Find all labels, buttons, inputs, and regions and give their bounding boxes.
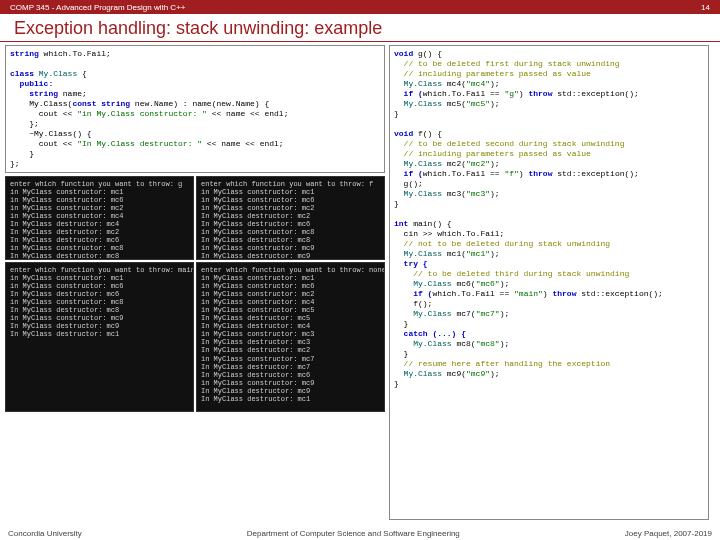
code-token: throw: [552, 289, 581, 298]
code-token: "mc6": [476, 279, 500, 288]
left-column: string which.To.Fail; class My.Class { p…: [5, 45, 385, 522]
code-token: "mc7": [476, 309, 500, 318]
code-token: which.To.Fail;: [39, 49, 111, 58]
code-token: g() {: [418, 49, 442, 58]
terminal-row: enter which function you want to throw: …: [5, 262, 385, 412]
right-column: void g() { // to be deleted first during…: [389, 45, 709, 522]
code-token: "mc4": [466, 79, 490, 88]
code-token: "f": [504, 169, 518, 178]
code-token: ~My.Class() {: [10, 129, 92, 138]
code-token: "main": [514, 289, 543, 298]
code-token: My.Class: [394, 189, 447, 198]
code-token: which.To.Fail ==: [423, 169, 505, 178]
code-token: mc8(: [456, 339, 475, 348]
code-token: if (: [394, 289, 432, 298]
terminal-output-none: enter which function you want to throw: …: [196, 262, 385, 412]
code-token: );: [490, 159, 500, 168]
code-token: // to be deleted third during stack unwi…: [394, 269, 629, 278]
code-token: string: [10, 89, 63, 98]
code-token: }: [394, 349, 408, 358]
code-token: ): [543, 289, 553, 298]
code-token: which.To.Fail ==: [432, 289, 514, 298]
code-token: "mc3": [466, 189, 490, 198]
footer: Concordia University Department of Compu…: [0, 529, 720, 538]
code-token: }: [10, 149, 34, 158]
code-token: );: [490, 369, 500, 378]
code-token: << name << endl;: [202, 139, 284, 148]
code-token: }: [394, 199, 399, 208]
code-token: mc4(: [447, 79, 466, 88]
code-token: which.To.Fail ==: [423, 89, 505, 98]
code-token: "mc8": [476, 339, 500, 348]
code-token: class: [10, 69, 39, 78]
code-token: My.Class(: [10, 99, 72, 108]
code-token: }: [394, 319, 408, 328]
footer-center: Department of Computer Science and Softw…: [247, 529, 460, 538]
code-token: void: [394, 49, 418, 58]
code-token: "mc5": [466, 99, 490, 108]
code-token: cout <<: [10, 139, 77, 148]
code-token: ): [519, 89, 529, 98]
code-token: cout <<: [10, 109, 77, 118]
slide-content: string which.To.Fail; class My.Class { p…: [0, 42, 720, 522]
code-token: );: [490, 79, 500, 88]
code-token: My.Class: [39, 69, 82, 78]
code-token: cin >> which.To.Fail;: [394, 229, 504, 238]
code-token: My.Class: [394, 309, 456, 318]
code-token: // to be deleted first during stack unwi…: [394, 59, 620, 68]
code-token: // to be deleted second during stack unw…: [394, 139, 624, 148]
code-token: // including parameters passed as value: [394, 69, 591, 78]
page-number: 14: [701, 3, 710, 12]
code-token: main() {: [413, 219, 451, 228]
code-token: mc1(: [447, 249, 466, 258]
code-token: g();: [394, 179, 423, 188]
code-token: };: [10, 119, 39, 128]
code-token: f() {: [418, 129, 442, 138]
code-token: "g": [504, 89, 518, 98]
code-token: );: [500, 339, 510, 348]
code-token: My.Class: [394, 249, 447, 258]
code-token: My.Class: [394, 99, 447, 108]
code-token: std::exception();: [557, 169, 639, 178]
code-token: string: [10, 49, 39, 58]
header-bar: COMP 345 - Advanced Program Design with …: [0, 0, 720, 14]
code-token: "In My.Class destructor: ": [77, 139, 202, 148]
code-token: );: [500, 279, 510, 288]
code-token: My.Class: [394, 369, 447, 378]
code-token: };: [10, 159, 20, 168]
code-token: << name << endl;: [207, 109, 289, 118]
code-token: My.Class: [394, 279, 456, 288]
code-token: throw: [528, 169, 557, 178]
code-token: mc9(: [447, 369, 466, 378]
footer-right: Joey Paquet, 2007-2019: [625, 529, 712, 538]
code-token: My.Class: [394, 79, 447, 88]
code-token: mc6(: [456, 279, 475, 288]
footer-left: Concordia University: [8, 529, 82, 538]
code-token: std::exception();: [557, 89, 639, 98]
code-token: // including parameters passed as value: [394, 149, 591, 158]
code-token: {: [82, 69, 87, 78]
code-token: if (: [394, 89, 423, 98]
code-box-class-def: string which.To.Fail; class My.Class { p…: [5, 45, 385, 173]
code-box-functions: void g() { // to be deleted first during…: [389, 45, 709, 520]
code-token: name;: [63, 89, 87, 98]
terminal-output-main: enter which function you want to throw: …: [5, 262, 194, 412]
code-token: public:: [10, 79, 53, 88]
terminal-row: enter which function you want to throw: …: [5, 176, 385, 260]
code-token: mc5(: [447, 99, 466, 108]
code-token: "mc9": [466, 369, 490, 378]
code-token: void: [394, 129, 418, 138]
code-token: mc3(: [447, 189, 466, 198]
code-token: mc7(: [456, 309, 475, 318]
code-token: "mc2": [466, 159, 490, 168]
code-token: "mc1": [466, 249, 490, 258]
code-token: new.Name) : name(new.Name) {: [135, 99, 269, 108]
terminal-output-f: enter which function you want to throw: …: [196, 176, 385, 260]
code-token: // not to be deleted during stack unwind…: [394, 239, 610, 248]
course-label: COMP 345 - Advanced Program Design with …: [10, 3, 186, 12]
code-token: f();: [394, 299, 432, 308]
code-token: int: [394, 219, 413, 228]
code-token: if (: [394, 169, 423, 178]
code-token: mc2(: [447, 159, 466, 168]
code-token: const string: [72, 99, 134, 108]
